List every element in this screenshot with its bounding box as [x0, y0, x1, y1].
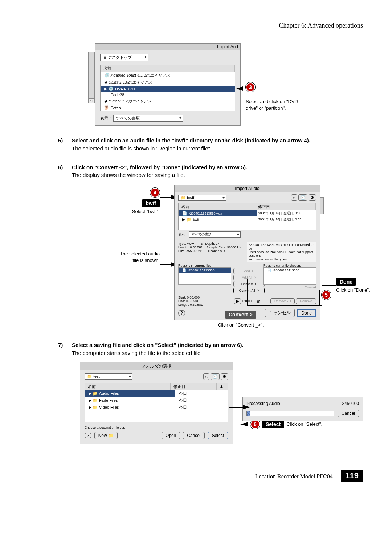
show-popup[interactable]: すべての書類 — [113, 115, 183, 122]
selected-audio-annot: The selected audio file is shown. — [98, 251, 160, 264]
progress-cancel-button[interactable]: Cancel — [338, 410, 359, 417]
page-number: 119 — [341, 470, 363, 482]
play-button[interactable]: ▶ — [234, 298, 241, 304]
cancel-button[interactable]: キャンセル — [265, 309, 295, 317]
folder-row[interactable]: ▶ 📁bwff — [179, 216, 257, 223]
location-popup[interactable]: 📁 test — [85, 373, 132, 380]
trash-icon[interactable]: 🗑 — [256, 299, 260, 303]
recent-icon[interactable]: 🕘 — [298, 194, 307, 201]
dog-icon: 🐕 — [104, 105, 109, 110]
list-item[interactable]: ◆tEdit.f1 1.2のエイリアス — [101, 98, 235, 105]
step-6-title: Click on "Convert ->", followed by "Done… — [72, 164, 247, 170]
regions-chosen-list[interactable]: 📄 *20040115213550 — [263, 267, 316, 285]
help-icon[interactable]: ? — [85, 433, 91, 438]
progress-window: Processing Audio 2450100 Cancel — [242, 397, 363, 421]
step-6-num: 6) — [58, 163, 72, 179]
progress-value: 2450100 — [342, 401, 359, 406]
select-button[interactable]: Select — [208, 432, 228, 439]
col-date: 修正日 — [171, 383, 217, 390]
app-icon: ◆ — [104, 99, 107, 104]
add-button[interactable]: Add -> — [233, 268, 265, 274]
gear-icon[interactable]: ⚙ — [221, 373, 228, 380]
disc-icon: 💿 — [104, 73, 109, 78]
add-all-button[interactable]: Add All -> — [233, 275, 265, 280]
step-6-body: The display shows the window for saving … — [72, 172, 185, 178]
new-button[interactable]: New 📁 — [94, 432, 118, 439]
select-bwff-annot: Select "bwff". — [98, 209, 160, 214]
shortcut-icon[interactable]: ⌂ — [203, 373, 209, 380]
shortcut-icon[interactable]: ⌂ — [291, 194, 297, 201]
regions-chosen-label: Regions currently chosen: — [263, 264, 316, 267]
folder-select-window: フォルダの選択 📁 test ⌂ 🕘 ⚙ 名前 修正日 ▲ — [80, 362, 233, 444]
done-button[interactable]: Done — [297, 309, 316, 317]
list-item[interactable]: 📄 *20040115213550 — [179, 268, 231, 273]
badge-5: 5 — [322, 290, 331, 300]
remove-button[interactable]: Remove — [296, 298, 316, 304]
convert-button[interactable]: Convert -> — [233, 281, 265, 287]
list-item[interactable]: ◈DEdit 1.1.0のエイリアス — [101, 79, 235, 86]
choose-label: Choose a destination folder: — [80, 422, 233, 430]
chapter-title: Chapter 6: Advanced operations — [22, 22, 370, 29]
help-icon[interactable]: ? — [178, 310, 185, 316]
done-label: Done — [336, 278, 356, 286]
window-title: Import Aud — [95, 44, 240, 50]
recent-icon[interactable]: 🕘 — [211, 373, 220, 380]
gear-icon[interactable]: ⚙ — [309, 194, 316, 201]
badge-4: 4 — [150, 188, 160, 197]
time-info: Start: 0:00.000 End: 0:50.581 Length: 0:… — [178, 296, 232, 307]
convert-all-button[interactable]: Convert All -> — [233, 288, 265, 293]
file-browser[interactable]: 名前 修正日 📄*20040115213550.wav 2004年 1月 16日… — [178, 203, 316, 230]
select-annot: Click on "Select". — [286, 421, 322, 427]
folder-row[interactable]: ▶ 📁 Audio Files — [85, 390, 175, 397]
import-aud-window: Import Aud 🖥 デスクトップ 名前 💿Adaptec Toast 4.… — [95, 43, 241, 126]
bwff-label: bwff — [142, 199, 160, 207]
folder-icon: 📁 — [87, 374, 92, 378]
col-date: 修正日 — [255, 203, 316, 210]
column-name: 名前 — [101, 65, 235, 72]
header-rule — [22, 32, 370, 32]
show-label: 表示： — [100, 116, 112, 120]
list-item[interactable]: 💿Adaptec Toast 4.1.1のエイリアス — [101, 72, 235, 79]
file-row[interactable]: 📄*20040115213550.wav — [179, 210, 257, 216]
progress-label: Processing Audio — [246, 401, 280, 406]
cancel-button[interactable]: Cancel — [183, 432, 204, 439]
list-item[interactable]: Fade28 — [101, 92, 235, 98]
doc-icon: 📄 — [182, 211, 187, 216]
annotation-3: Select and click on "DVD drive" or "part… — [246, 98, 318, 112]
select-label: Select — [262, 420, 284, 428]
list-item[interactable]: 📄 *20040115213550 — [264, 268, 316, 273]
location-popup[interactable]: 🖥 デスクトップ — [100, 54, 148, 61]
step-5-title: Select and click on an audio file in the… — [72, 137, 310, 143]
play-time: 0:0.000 — [242, 299, 253, 303]
convert-annot: Click on "Convert _>". — [218, 322, 264, 328]
footer-text: Location Recorder Model PD204 — [255, 473, 333, 479]
list-item-selected[interactable]: ▶ 💿DV40-DVD — [101, 86, 235, 92]
folder-icon: 📁 — [187, 217, 192, 222]
location-popup[interactable]: 📁 bwff — [178, 195, 226, 201]
show-label: 表示： — [178, 232, 188, 236]
new-folder-icon: 📁 — [108, 433, 114, 438]
step-7-title: Select a saving file and click on "Selec… — [72, 342, 244, 348]
window-title: フォルダの選択 — [80, 362, 233, 370]
step-7-body: The computer starts saving the file to t… — [72, 350, 202, 356]
remove-all-button[interactable]: Remove All — [270, 298, 295, 304]
file-list[interactable]: 名前 💿Adaptec Toast 4.1.1のエイリアス ◈DEdit 1.1… — [100, 65, 235, 111]
done-annot: Click on "Done". — [336, 287, 380, 293]
app-icon: ◈ — [104, 80, 107, 85]
show-popup[interactable]: すべての書類 — [189, 231, 241, 238]
progress-bar — [246, 411, 334, 416]
regions-in-file-list[interactable]: 📄 *20040115213550 — [178, 267, 231, 285]
step-5-body: The selected audio file is shown in "Reg… — [72, 145, 212, 151]
col-name: 名前 — [85, 383, 171, 390]
convert-hint: Convert — [263, 285, 316, 289]
list-item[interactable]: 🐕Fetch — [101, 105, 235, 111]
folder-list[interactable]: 名前 修正日 ▲ ▶ 📁 Audio Files 今日 ▶ 📁 Fade Fil… — [85, 383, 228, 422]
folder-row[interactable]: ▶ 📁 Fade Files — [85, 397, 175, 404]
warning-box: *20040115213550.wav must be converted to… — [247, 242, 316, 262]
folder-row[interactable]: ▶ 📁 Video Files — [85, 404, 175, 411]
folder-icon: 📁 — [181, 195, 186, 200]
open-button[interactable]: Open — [162, 432, 180, 439]
regions-in-file-label: Regions in current file: — [178, 264, 231, 267]
badge-3: 3 — [246, 82, 255, 92]
monitor-icon: 🖥 — [103, 55, 107, 60]
